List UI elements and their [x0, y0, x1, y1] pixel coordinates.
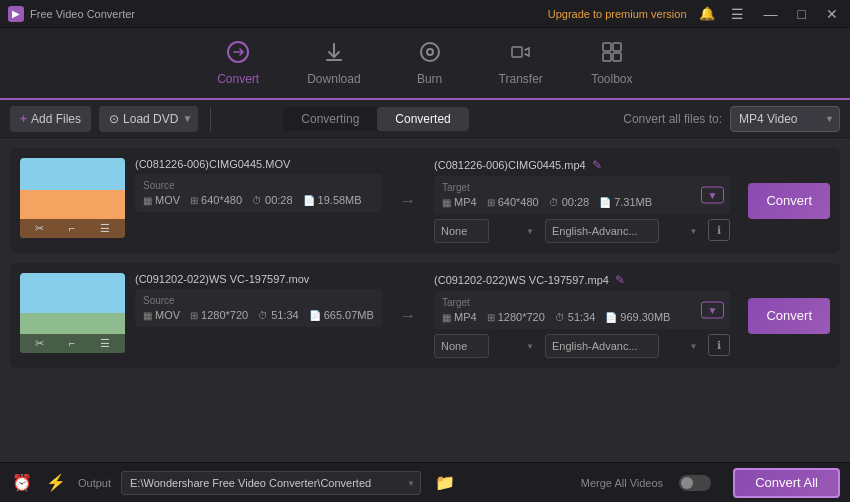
- film-icon-2: ▦: [143, 310, 152, 321]
- convert-button-2[interactable]: Convert: [748, 298, 830, 334]
- audio-select-1[interactable]: English-Advanc...: [545, 219, 659, 243]
- load-dvd-label: Load DVD: [123, 112, 178, 126]
- convert-button-1[interactable]: Convert: [748, 183, 830, 219]
- nav-toolbox[interactable]: Toolbox: [567, 32, 657, 94]
- nav-download-label: Download: [307, 72, 360, 86]
- target-res-icon-2: ⊞: [487, 312, 495, 323]
- upgrade-link[interactable]: Upgrade to premium version: [548, 8, 687, 20]
- svg-rect-3: [512, 47, 522, 57]
- source-info-2: Source ▦ MOV ⊞ 1280*720 ⏱ 51:34: [135, 289, 382, 327]
- file-icon-1: 📄: [303, 195, 315, 206]
- title-bar-right: Upgrade to premium version 🔔 ☰ — □ ✕: [548, 6, 842, 22]
- settings-icon-2[interactable]: ☰: [100, 337, 110, 350]
- svg-rect-5: [613, 43, 621, 51]
- sub-row-1: None English-Advanc... ℹ: [434, 219, 730, 243]
- target-res-icon-1: ⊞: [487, 197, 495, 208]
- target-res-2: ⊞ 1280*720: [487, 311, 545, 323]
- converted-tab[interactable]: Converted: [377, 107, 468, 131]
- res-icon-1: ⊞: [190, 195, 198, 206]
- file-name-2: (C091202-022)WS VC-197597.mov: [135, 273, 382, 285]
- convert-all-files-label: Convert all files to:: [623, 112, 722, 126]
- info-button-2[interactable]: ℹ: [708, 334, 730, 356]
- toolbar: + Add Files ⊙ Load DVD ▼ Converting Conv…: [0, 100, 850, 138]
- subtitle-select-1[interactable]: None: [434, 219, 489, 243]
- thumbnail-2: ✂ ⌐ ☰: [20, 273, 125, 353]
- svg-rect-6: [603, 53, 611, 61]
- target-size-2: 📄 969.30MB: [605, 311, 670, 323]
- target-col-1: (C081226-006)CIMG0445.mp4 ✎ Target ▦ MP4…: [434, 158, 730, 243]
- file-name-1: (C081226-006)CIMG0445.MOV: [135, 158, 382, 170]
- close-button[interactable]: ✕: [822, 6, 842, 22]
- add-files-label: Add Files: [31, 112, 81, 126]
- toolbar-divider: [210, 107, 211, 131]
- title-bar-left: ▶ Free Video Converter: [8, 6, 135, 22]
- target-name-2: (C091202-022)WS VC-197597.mp4 ✎: [434, 273, 730, 287]
- download-nav-icon: [322, 40, 346, 68]
- nav-bar: Convert Download Burn Transfer: [0, 28, 850, 100]
- target-res-1: ⊞ 640*480: [487, 196, 539, 208]
- audio-select-wrap-1: English-Advanc...: [545, 219, 702, 243]
- target-format-2: ▦ MP4: [442, 311, 477, 323]
- target-col-2: (C091202-022)WS VC-197597.mp4 ✎ Target ▦…: [434, 273, 730, 358]
- disc-icon: ⊙: [109, 112, 119, 126]
- load-dvd-button[interactable]: ⊙ Load DVD ▼: [99, 106, 198, 132]
- edit-icon-2[interactable]: ✎: [615, 273, 625, 287]
- target-film-icon-1: ▦: [442, 197, 451, 208]
- merge-toggle[interactable]: [679, 475, 711, 491]
- cut-icon-1[interactable]: ✂: [35, 222, 44, 235]
- source-size-1: 📄 19.58MB: [303, 194, 362, 206]
- source-label-1: Source: [143, 180, 362, 191]
- folder-button[interactable]: 📁: [435, 473, 455, 492]
- clock-icon-1: ⏱: [252, 195, 262, 206]
- svg-point-1: [421, 43, 439, 61]
- dropdown-arrow-icon: ▼: [182, 113, 192, 124]
- cut-icon-2[interactable]: ✂: [35, 337, 44, 350]
- nav-burn[interactable]: Burn: [385, 32, 475, 94]
- add-files-button[interactable]: + Add Files: [10, 106, 91, 132]
- audio-select-2[interactable]: English-Advanc...: [545, 334, 659, 358]
- format-select[interactable]: MP4 Video: [730, 106, 840, 132]
- nav-convert[interactable]: Convert: [193, 32, 283, 94]
- convert-all-button[interactable]: Convert All: [733, 468, 840, 498]
- burn-nav-icon: [418, 40, 442, 68]
- thumbnail-1: ✂ ⌐ ☰: [20, 158, 125, 238]
- target-film-icon-2: ▦: [442, 312, 451, 323]
- quality-button-2[interactable]: ▼: [701, 302, 725, 319]
- target-name-1: (C081226-006)CIMG0445.mp4 ✎: [434, 158, 730, 172]
- target-clock-icon-2: ⏱: [555, 312, 565, 323]
- nav-toolbox-label: Toolbox: [591, 72, 632, 86]
- target-clock-icon-1: ⏱: [549, 197, 559, 208]
- source-dur-2: ⏱ 51:34: [258, 309, 299, 321]
- trim-icon-2[interactable]: ⌐: [69, 337, 75, 350]
- source-dur-1: ⏱ 00:28: [252, 194, 293, 206]
- subtitle-select-wrap-2: None: [434, 334, 539, 358]
- toolbar-right: Convert all files to: MP4 Video: [623, 106, 840, 132]
- maximize-button[interactable]: □: [794, 6, 810, 22]
- audio-select-wrap-2: English-Advanc...: [545, 334, 702, 358]
- trim-icon-1[interactable]: ⌐: [69, 222, 75, 235]
- clock-bottom-icon[interactable]: ⏰: [10, 471, 34, 494]
- target-info-1: Target ▦ MP4 ⊞ 640*480 ⏱ 00:28: [434, 176, 730, 214]
- source-res-2: ⊞ 1280*720: [190, 309, 248, 321]
- menu-icon[interactable]: ☰: [727, 6, 748, 22]
- source-meta-1: ▦ MOV ⊞ 640*480 ⏱ 00:28 📄: [143, 194, 362, 206]
- toolbox-nav-icon: [600, 40, 624, 68]
- converting-tab[interactable]: Converting: [283, 107, 377, 131]
- lightning-bottom-icon[interactable]: ⚡: [44, 471, 68, 494]
- res-icon-2: ⊞: [190, 310, 198, 321]
- source-format-2: ▦ MOV: [143, 309, 180, 321]
- info-button-1[interactable]: ℹ: [708, 219, 730, 241]
- output-path-select[interactable]: E:\Wondershare Free Video Converter\Conv…: [121, 471, 421, 495]
- nav-transfer[interactable]: Transfer: [475, 32, 567, 94]
- quality-button-1[interactable]: ▼: [701, 187, 725, 204]
- target-info-2: Target ▦ MP4 ⊞ 1280*720 ⏱ 51:34: [434, 291, 730, 329]
- target-size-1: 📄 7.31MB: [599, 196, 652, 208]
- edit-icon-1[interactable]: ✎: [592, 158, 602, 172]
- target-meta-1: ▦ MP4 ⊞ 640*480 ⏱ 00:28 📄: [442, 196, 652, 208]
- settings-icon-1[interactable]: ☰: [100, 222, 110, 235]
- convert-nav-icon: [226, 40, 250, 68]
- clock-icon-2: ⏱: [258, 310, 268, 321]
- nav-download[interactable]: Download: [283, 32, 384, 94]
- subtitle-select-2[interactable]: None: [434, 334, 489, 358]
- minimize-button[interactable]: —: [760, 6, 782, 22]
